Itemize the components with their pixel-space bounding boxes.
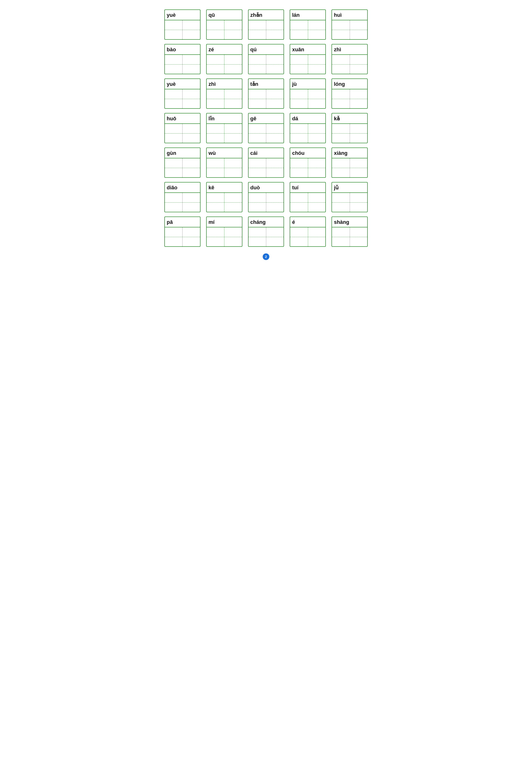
card: chóu — [290, 148, 326, 178]
card: zhì — [206, 79, 242, 109]
card-writing-area — [290, 228, 325, 246]
card: gē — [248, 113, 284, 143]
card: lán — [290, 9, 326, 40]
card-label: chóu — [290, 148, 325, 158]
card-writing-area — [332, 20, 367, 39]
card-writing-area — [290, 89, 325, 108]
card-writing-area — [207, 228, 242, 246]
card-writing-area — [290, 193, 325, 212]
card-grid: yuèqūzhǎnlánhuìbàozéqúxuānzhìyuèzhìtǎnjù… — [164, 9, 368, 247]
card-label: jǔ — [332, 182, 367, 193]
card-writing-area — [332, 193, 367, 212]
card-writing-area — [248, 193, 284, 212]
card: huì — [331, 9, 368, 40]
card-writing-area — [207, 20, 242, 39]
card: wù — [206, 148, 242, 178]
card: huō — [164, 113, 201, 143]
card: zhǎn — [248, 9, 284, 40]
card: lóng — [331, 79, 368, 109]
card: gùn — [164, 148, 201, 178]
card: cái — [248, 148, 284, 178]
card-writing-area — [332, 55, 367, 74]
card-writing-area — [165, 124, 200, 143]
card-label: huō — [165, 114, 200, 124]
card-label: zhì — [332, 44, 367, 55]
card-writing-area — [165, 55, 200, 74]
card-writing-area — [165, 158, 200, 177]
card: yuè — [164, 79, 201, 109]
card: qū — [206, 9, 242, 40]
card-label: é — [290, 217, 325, 228]
card-label: yuè — [165, 79, 200, 89]
card-label: xiàng — [332, 148, 367, 158]
card-writing-area — [248, 89, 284, 108]
card-writing-area — [332, 228, 367, 246]
card-writing-area — [207, 193, 242, 212]
card-writing-area — [165, 193, 200, 212]
card: zhì — [331, 44, 368, 74]
card-label: diāo — [165, 182, 200, 193]
card-writing-area — [332, 158, 367, 177]
card-label: lǐn — [207, 114, 242, 124]
card-label: shàng — [332, 217, 367, 228]
card-label: lán — [290, 10, 325, 20]
card-writing-area — [290, 124, 325, 143]
card-label: qū — [207, 10, 242, 20]
card-writing-area — [290, 20, 325, 39]
card: shàng — [331, 216, 368, 247]
card-label: mí — [207, 217, 242, 228]
card: é — [290, 216, 326, 247]
card-label: cháng — [248, 217, 284, 228]
card-label: dá — [290, 114, 325, 124]
card: xuān — [290, 44, 326, 74]
card-label: wù — [207, 148, 242, 158]
card: pā — [164, 216, 201, 247]
card-writing-area — [290, 158, 325, 177]
card: zé — [206, 44, 242, 74]
card-label: tuí — [290, 182, 325, 193]
card: duò — [248, 182, 284, 212]
card-label: cái — [248, 148, 284, 158]
card-writing-area — [207, 55, 242, 74]
card-label: gùn — [165, 148, 200, 158]
card: tuí — [290, 182, 326, 212]
card-writing-area — [248, 20, 284, 39]
card: jù — [290, 79, 326, 109]
card: diāo — [164, 182, 201, 212]
card: xiàng — [331, 148, 368, 178]
card-label: lóng — [332, 79, 367, 89]
card-writing-area — [207, 158, 242, 177]
card: lǐn — [206, 113, 242, 143]
card-label: kē — [207, 182, 242, 193]
card-label: kǎ — [332, 114, 367, 124]
card-writing-area — [332, 89, 367, 108]
card-writing-area — [165, 228, 200, 246]
card-writing-area — [165, 89, 200, 108]
card: dá — [290, 113, 326, 143]
card-label: pā — [165, 217, 200, 228]
card: jǔ — [331, 182, 368, 212]
card: cháng — [248, 216, 284, 247]
card-writing-area — [248, 55, 284, 74]
card-writing-area — [248, 158, 284, 177]
card: bào — [164, 44, 201, 74]
card-writing-area — [248, 124, 284, 143]
card-label: gē — [248, 114, 284, 124]
card-label: zhǎn — [248, 10, 284, 20]
page-number: 2 — [263, 253, 269, 260]
card: tǎn — [248, 79, 284, 109]
card-writing-area — [290, 55, 325, 74]
card-label: duò — [248, 182, 284, 193]
card-label: huì — [332, 10, 367, 20]
card-label: zé — [207, 44, 242, 55]
card-writing-area — [207, 89, 242, 108]
card-label: xuān — [290, 44, 325, 55]
card-writing-area — [248, 228, 284, 246]
card-writing-area — [207, 124, 242, 143]
card: mí — [206, 216, 242, 247]
card-label: tǎn — [248, 79, 284, 89]
card-writing-area — [165, 20, 200, 39]
card-label: yuè — [165, 10, 200, 20]
card: qú — [248, 44, 284, 74]
card-label: qú — [248, 44, 284, 55]
